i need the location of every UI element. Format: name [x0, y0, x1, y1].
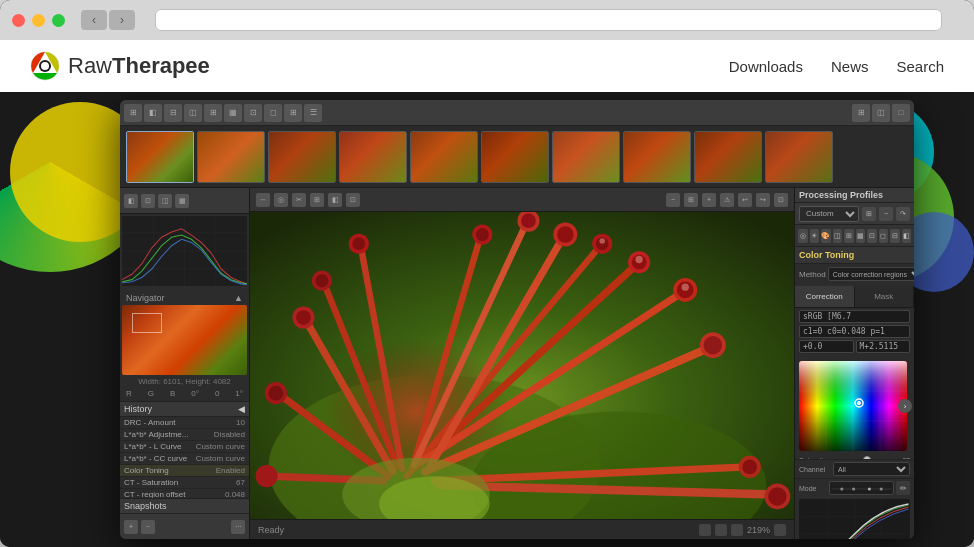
toolbar-icon-right-3[interactable]: □ [892, 104, 910, 122]
forward-button[interactable]: › [109, 10, 135, 30]
toolbar-icon-right-2[interactable]: ◫ [872, 104, 890, 122]
filmstrip-thumb-3[interactable] [268, 131, 336, 183]
saturation-thumb[interactable] [863, 456, 871, 460]
img-tool-r3[interactable]: ⊡ [774, 193, 788, 207]
img-tool-r1[interactable]: ↩ [738, 193, 752, 207]
maximize-button[interactable] [52, 14, 65, 27]
filmstrip-thumb-4[interactable] [339, 131, 407, 183]
toolbar-icon-right-1[interactable]: ⊞ [852, 104, 870, 122]
toolbar-icon-1[interactable]: ⊞ [124, 104, 142, 122]
toolbar-icon-2[interactable]: ◧ [144, 104, 162, 122]
minimize-button[interactable] [32, 14, 45, 27]
rp-icon-6[interactable]: ▦ [856, 229, 866, 243]
profile-select[interactable]: Custom [799, 206, 859, 222]
filmstrip-thumb-10[interactable] [765, 131, 833, 183]
lt-icon-1[interactable]: ◧ [124, 194, 138, 208]
rp-icon-1[interactable]: ◎ [798, 229, 808, 243]
filmstrip-thumb-1[interactable] [126, 131, 194, 183]
filmstrip-thumb-9[interactable] [694, 131, 762, 183]
history-item[interactable]: Color Toning Enabled [120, 465, 249, 477]
history-item[interactable]: L*a*b* - CC curve Custom curve [120, 453, 249, 465]
thumb-image-8 [624, 132, 690, 182]
status-icon-1[interactable] [699, 524, 711, 536]
history-item-value: 10 [236, 418, 245, 427]
toolbar-icon-3[interactable]: ⊟ [164, 104, 182, 122]
img-tool-zoom-fit[interactable]: ⊞ [684, 193, 698, 207]
history-item[interactable]: L*a*b* Adjustme... Disabled [120, 429, 249, 441]
rp-icon-4[interactable]: ◫ [833, 229, 843, 243]
back-button[interactable]: ‹ [81, 10, 107, 30]
img-tool-4[interactable]: ⊞ [310, 193, 324, 207]
history-list[interactable]: DRC - Amount 10 L*a*b* Adjustme... Disab… [120, 417, 249, 498]
rp-icon-2[interactable]: ☀ [810, 229, 820, 243]
left-bottom-icon-2[interactable]: − [141, 520, 155, 534]
rp-icon-3[interactable]: 🎨 [821, 229, 831, 243]
zoom-icon[interactable] [774, 524, 786, 536]
img-tool-zoom-out[interactable]: − [666, 193, 680, 207]
lt-icon-3[interactable]: ◫ [158, 194, 172, 208]
history-label: History [124, 404, 152, 414]
img-tool-3[interactable]: ✂ [292, 193, 306, 207]
img-tool-zoom-in[interactable]: + [702, 193, 716, 207]
lt-icon-2[interactable]: ⊡ [141, 194, 155, 208]
status-icon-3[interactable] [731, 524, 743, 536]
tab-mask[interactable]: Mask [855, 286, 915, 307]
history-item[interactable]: CT - Saturation 67 [120, 477, 249, 489]
saturation-track[interactable] [829, 459, 886, 460]
toolbar-icon-7[interactable]: ⊡ [244, 104, 262, 122]
filmstrip-thumb-7[interactable] [552, 131, 620, 183]
img-tool-warning[interactable]: ⚠ [720, 193, 734, 207]
filmstrip-thumb-8[interactable] [623, 131, 691, 183]
url-bar[interactable] [155, 9, 942, 31]
toolbar-icon-5[interactable]: ⊞ [204, 104, 222, 122]
history-item[interactable]: L*a*b* - L Curve Custom curve [120, 441, 249, 453]
history-item[interactable]: DRC - Amount 10 [120, 417, 249, 429]
mode-icon[interactable]: ✏ [896, 481, 910, 495]
mode-row: Mode ✏ [795, 478, 914, 497]
nav-news[interactable]: News [831, 58, 869, 75]
image-view [250, 212, 794, 519]
profile-icon-3[interactable]: ↷ [896, 207, 910, 221]
profiles-bar: Custom ⊞ − ↷ [795, 203, 914, 225]
filmstrip-thumb-2[interactable] [197, 131, 265, 183]
lt-icon-4[interactable]: ▦ [175, 194, 189, 208]
nav-downloads[interactable]: Downloads [729, 58, 803, 75]
toolbar-icon-10[interactable]: ☰ [304, 104, 322, 122]
close-button[interactable] [12, 14, 25, 27]
navigator-image [122, 305, 247, 375]
svg-point-31 [704, 336, 722, 354]
profile-icon-2[interactable]: − [879, 207, 893, 221]
curve-area [799, 499, 910, 539]
left-bottom-icon-3[interactable]: ⋯ [231, 520, 245, 534]
left-bottom-icon-1[interactable]: + [124, 520, 138, 534]
rp-icon-10[interactable]: ◧ [902, 229, 912, 243]
filmstrip-thumb-6[interactable] [481, 131, 549, 183]
channel-select[interactable]: All [833, 462, 910, 476]
history-item[interactable]: CT - region offset 0.048 [120, 489, 249, 498]
img-tool-1[interactable]: ↔ [256, 193, 270, 207]
rp-icon-8[interactable]: ◻ [879, 229, 889, 243]
toolbar-icon-4[interactable]: ◫ [184, 104, 202, 122]
profile-icon-1[interactable]: ⊞ [862, 207, 876, 221]
toolbar-icon-8[interactable]: ◻ [264, 104, 282, 122]
tab-correction[interactable]: Correction [795, 286, 855, 307]
toolbar-icon-9[interactable]: ⊞ [284, 104, 302, 122]
rp-icon-7[interactable]: ⊡ [867, 229, 877, 243]
img-tool-2[interactable]: ◎ [274, 193, 288, 207]
method-select[interactable]: Color correction regions [828, 267, 914, 281]
status-icon-2[interactable] [715, 524, 727, 536]
nav-search[interactable]: Search [896, 58, 944, 75]
rp-icon-5[interactable]: ⊞ [844, 229, 854, 243]
toolbar-icon-6[interactable]: ▦ [224, 104, 242, 122]
color-wheel-arrow[interactable]: › [898, 399, 912, 413]
history-item-value: Custom curve [196, 442, 245, 451]
img-tool-5[interactable]: ◧ [328, 193, 342, 207]
color-wheel[interactable] [799, 361, 907, 451]
img-tool-r2[interactable]: ↪ [756, 193, 770, 207]
rp-icon-9[interactable]: ⊟ [890, 229, 900, 243]
logo-text: RawTherapee [68, 53, 210, 79]
filmstrip-thumb-5[interactable] [410, 131, 478, 183]
history-collapse-icon[interactable]: ◀ [238, 404, 245, 414]
main-image-svg [250, 212, 794, 519]
img-tool-6[interactable]: ⊡ [346, 193, 360, 207]
